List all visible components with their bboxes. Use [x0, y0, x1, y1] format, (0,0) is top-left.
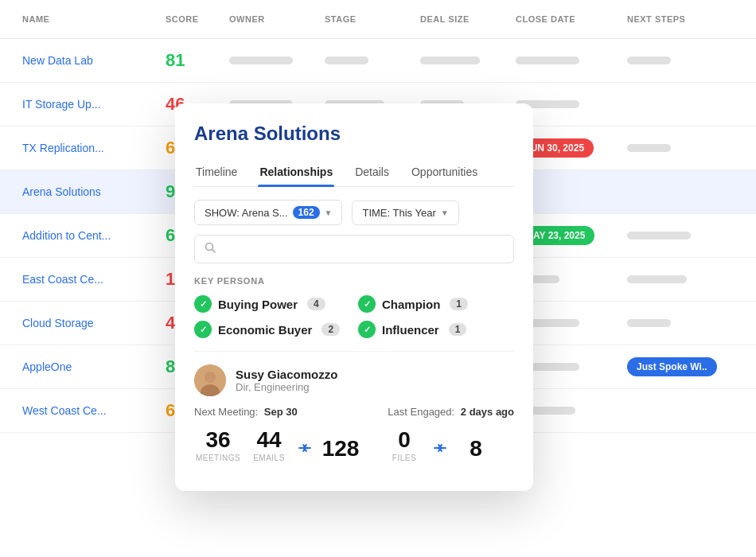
table-row[interactable]: New Data Lab 81 [0, 39, 756, 83]
row-next-steps [621, 264, 740, 294]
time-filter-button[interactable]: TIME: This Year ▼ [352, 201, 458, 225]
svg-point-3 [205, 372, 216, 383]
row-name: Arena Solutions [16, 174, 159, 209]
persona-count: 4 [307, 298, 325, 310]
header-stage: STAGE [318, 0, 414, 38]
row-stage [318, 45, 414, 76]
contact-name: Susy Giacomozzo [236, 368, 337, 381]
next-meeting-value: Sep 30 [264, 406, 298, 418]
row-next-steps [621, 45, 740, 76]
check-icon: ✓ [358, 321, 376, 338]
stat-emails: 44 EMAILS [245, 429, 293, 462]
contact-title: Dir, Engineering [236, 381, 337, 393]
row-name: TX Replication... [16, 130, 159, 166]
row-name: Cloud Storage [16, 306, 159, 341]
avatar [194, 364, 226, 396]
emails-number: 44 [256, 429, 281, 451]
modal-body: SHOW: Arena S... 162 ▼ TIME: This Year ▼… [175, 187, 533, 475]
header-owner: OWNER [223, 0, 318, 38]
modal-title: Arena Solutions [194, 123, 514, 145]
stat-meetings: 36 MEETINGS [194, 429, 242, 462]
table-header: NAME SCORE OWNER STAGE DEAL SIZE CLOSE D… [0, 0, 756, 39]
deal-detail-modal: Arena Solutions Timeline Relationships D… [175, 103, 533, 491]
check-icon: ✓ [194, 321, 212, 338]
last-engaged-row: Last Engaged: 2 days ago [388, 406, 514, 418]
files-number: 0 [398, 429, 411, 451]
row-next-steps [621, 220, 740, 251]
stat-files: 0 FILES [380, 429, 428, 462]
persona-champion[interactable]: ✓ Champion 1 [358, 295, 514, 313]
chevron-down-icon: ▼ [325, 208, 333, 217]
stat-files-group: 0 FILES 8 [380, 429, 500, 462]
row-owner [223, 45, 318, 76]
emails-total-number: 128 [322, 438, 360, 460]
last-engaged-value: 2 days ago [461, 406, 514, 418]
next-meeting-label: Next Meeting: [194, 406, 258, 418]
row-name: AppleOne [16, 349, 159, 384]
show-filter-count: 162 [293, 206, 320, 219]
row-score: 81 [159, 39, 223, 82]
stat-files-total: 8 [452, 438, 500, 462]
row-name: New Data Lab [16, 43, 159, 78]
search-icon [205, 242, 216, 256]
persona-grid: ✓ Buying Power 4 ✓ Champion 1 ✓ Economic… [194, 295, 514, 338]
row-next-steps [621, 399, 740, 422]
tab-opportunities[interactable]: Opportunities [410, 158, 479, 186]
row-name: West Coast Ce... [16, 393, 159, 428]
key-persona-label: KEY PERSONA [194, 276, 514, 286]
filter-row: SHOW: Arena S... 162 ▼ TIME: This Year ▼ [194, 200, 514, 225]
row-next-steps [621, 181, 740, 203]
row-deal-size [414, 45, 509, 76]
chevron-down-icon: ▼ [441, 208, 449, 217]
row-next-steps [621, 308, 740, 338]
row-name: IT Storage Up... [16, 87, 159, 122]
next-meeting-row: Next Meeting: Sep 30 [194, 406, 298, 418]
tab-relationships[interactable]: Relationships [258, 158, 334, 186]
files-label: FILES [392, 454, 416, 462]
files-total-number: 8 [470, 438, 482, 460]
persona-label: Buying Power [218, 298, 298, 311]
search-input[interactable] [222, 243, 504, 255]
next-steps-badge: Just Spoke Wi.. [627, 357, 717, 376]
row-close-date [509, 45, 621, 76]
persona-label: Champion [382, 298, 440, 311]
header-close-date: CLOSE DATE [509, 0, 621, 38]
tab-details[interactable]: Details [353, 158, 391, 186]
emails-label: EMAILS [253, 454, 285, 462]
contact-row: Susy Giacomozzo Dir, Engineering [194, 364, 514, 396]
persona-label: Economic Buyer [218, 323, 312, 337]
files-separator-icon [430, 442, 450, 454]
row-next-steps [621, 133, 740, 163]
row-next-steps [621, 93, 740, 115]
divider [194, 351, 514, 352]
modal-header: Arena Solutions Timeline Relationships D… [175, 103, 533, 187]
meetings-label: MEETINGS [196, 454, 240, 462]
persona-count: 2 [321, 323, 340, 336]
search-box [194, 235, 514, 263]
header-next-steps: NEXT STEPS [621, 0, 740, 38]
stat-emails-total: 128 [317, 438, 364, 462]
row-next-steps: Just Spoke Wi.. [621, 346, 740, 388]
tab-timeline[interactable]: Timeline [194, 158, 239, 186]
persona-influencer[interactable]: ✓ Influencer 1 [358, 321, 514, 338]
stat-emails-group: 44 EMAILS 128 [245, 429, 364, 462]
last-engaged-label: Last Engaged: [388, 406, 454, 418]
emails-separator-icon [294, 442, 315, 454]
stats-row: 36 MEETINGS 44 EMAILS 128 [194, 429, 514, 462]
meeting-info-row: Next Meeting: Sep 30 Last Engaged: 2 day… [194, 406, 514, 418]
show-filter-label: SHOW: Arena S... [205, 207, 288, 219]
persona-buying-power[interactable]: ✓ Buying Power 4 [194, 295, 350, 313]
time-filter-label: TIME: This Year [362, 207, 435, 219]
show-filter-button[interactable]: SHOW: Arena S... 162 ▼ [194, 200, 342, 225]
svg-line-1 [212, 250, 216, 253]
persona-count: 1 [450, 298, 468, 310]
meetings-number: 36 [205, 429, 230, 451]
contact-info: Susy Giacomozzo Dir, Engineering [236, 368, 337, 393]
header-deal-size: DEAL SIZE [414, 0, 509, 38]
persona-economic-buyer[interactable]: ✓ Economic Buyer 2 [194, 321, 350, 338]
header-score: SCORE [159, 0, 223, 38]
row-name: Addition to Cent... [16, 218, 159, 253]
persona-label: Influencer [382, 323, 439, 337]
header-name: NAME [16, 0, 159, 38]
row-name: East Coast Ce... [16, 262, 159, 297]
